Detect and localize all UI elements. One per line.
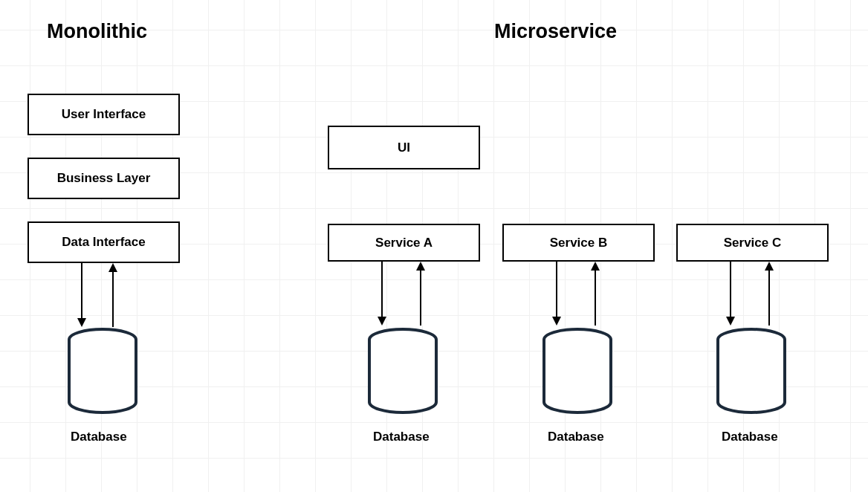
database-label: Database (373, 430, 430, 444)
box-microservice-ui: UI (328, 126, 480, 169)
arrows-monolithic (67, 263, 141, 331)
database-label: Database (548, 430, 604, 444)
database-label: Database (722, 430, 778, 444)
box-business-layer: Business Layer (27, 158, 180, 199)
database-cylinder-icon (714, 328, 788, 417)
database-cylinder-icon (366, 328, 440, 417)
svg-marker-19 (765, 262, 774, 271)
box-service-a: Service A (328, 224, 480, 262)
arrows-service-a (367, 262, 441, 330)
arrows-service-c (716, 262, 790, 330)
diagram-canvas: Monolithic Microservice User Interface B… (0, 0, 868, 492)
microservice-title: Microservice (494, 20, 617, 43)
arrows-service-b (542, 262, 616, 330)
box-label: Service C (724, 236, 782, 250)
box-data-interface: Data Interface (27, 221, 180, 263)
svg-marker-17 (726, 317, 735, 326)
box-label: Data Interface (62, 235, 145, 250)
box-label: Service A (375, 236, 433, 250)
svg-marker-4 (108, 263, 117, 272)
box-label: UI (398, 140, 410, 155)
box-service-c: Service C (676, 224, 829, 262)
box-service-b: Service B (502, 224, 655, 262)
box-label: Service B (550, 236, 608, 250)
database-cylinder-icon (65, 328, 140, 417)
svg-marker-12 (552, 317, 561, 326)
box-user-interface: User Interface (27, 94, 180, 135)
svg-marker-9 (416, 262, 425, 271)
svg-marker-14 (591, 262, 600, 271)
svg-marker-7 (378, 317, 386, 326)
box-label: User Interface (62, 107, 146, 122)
svg-marker-2 (77, 318, 86, 327)
monolithic-title: Monolithic (47, 20, 147, 43)
database-label: Database (71, 430, 127, 444)
database-cylinder-icon (540, 328, 615, 417)
box-label: Business Layer (57, 171, 151, 186)
